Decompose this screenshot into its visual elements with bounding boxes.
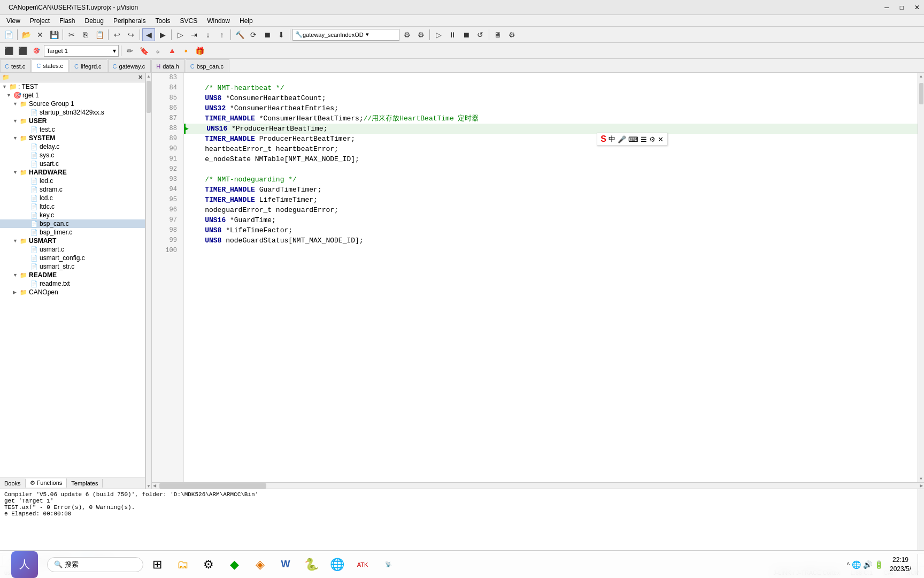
side-tab-templates[interactable]: Templates [67, 479, 103, 488]
tree-usmart-config-c[interactable]: 📄 usmart_config.c [0, 254, 145, 262]
tree-bsp-can-c[interactable]: 📄 bsp_can.c [0, 219, 145, 228]
new-button[interactable]: 📄 [2, 28, 15, 41]
tree-expand-sg1[interactable]: ▼ [13, 101, 19, 107]
taskbar-app-orange[interactable]: ◈ [248, 553, 272, 576]
side-vscroll[interactable]: ▲ ▼ [145, 73, 152, 489]
tree-usart-c[interactable]: 📄 usart.c [0, 159, 145, 168]
tree-sys-c[interactable]: 📄 sys.c [0, 151, 145, 159]
tray-caret[interactable]: ^ [847, 561, 850, 568]
code-line-85[interactable]: UNS8 *ConsumerHeartbeatCount; [184, 93, 918, 103]
tray-network[interactable]: 🌐 [852, 560, 861, 569]
tab-lifegrd-c[interactable]: C lifegrd.c [70, 59, 107, 72]
tb2-btn9[interactable]: 🎁 [193, 44, 206, 57]
menu-peripherals[interactable]: Peripherals [109, 16, 150, 26]
debug-step[interactable]: ⇥ [188, 28, 201, 41]
options-btn1[interactable]: ⚙ [401, 28, 413, 41]
tray-show-desktop[interactable] [918, 554, 920, 575]
stop-button[interactable]: ⏹ [460, 28, 473, 41]
tree-hardware[interactable]: ▼ 📁 HARDWARE [0, 168, 145, 177]
tree-expand-canopen[interactable]: ▶ [13, 290, 19, 295]
minimize-button[interactable]: ─ [884, 4, 889, 11]
tree-project[interactable]: ▼ 📁 : TEST [0, 82, 145, 91]
tb2-btn2[interactable]: ⬛ [16, 44, 29, 57]
code-hscroll[interactable]: ◀ ▶ [152, 482, 924, 489]
tree-expand-usmart[interactable]: ▼ [13, 238, 19, 244]
tree-led-c[interactable]: 📄 led.c [0, 177, 145, 185]
tb2-btn3[interactable]: 🎯 [30, 44, 43, 57]
build-button[interactable]: 🔨 [233, 28, 246, 41]
menu-help[interactable]: Help [235, 16, 257, 26]
code-line-98[interactable]: UNS8 *LifeTimeFactor; [184, 225, 918, 235]
tree-readme-txt[interactable]: 📄 readme.txt [0, 279, 145, 288]
download-button[interactable]: ⬇ [275, 28, 288, 41]
taskbar-app-python[interactable]: 🐍 [299, 553, 323, 576]
close-button[interactable]: ✕ [34, 28, 47, 41]
options-btn2[interactable]: ⚙ [414, 28, 427, 41]
tab-data-h[interactable]: H data.h [151, 59, 185, 72]
taskbar-app-edge[interactable]: 🌐 [325, 553, 349, 576]
cut-button[interactable]: ✂ [65, 28, 78, 41]
close-button[interactable]: ✕ [914, 4, 920, 11]
tree-canopen[interactable]: ▶ 📁 CANOpen [0, 288, 145, 296]
taskbar-app-green[interactable]: ◆ [222, 553, 246, 576]
tray-battery[interactable]: 🔋 [874, 560, 883, 569]
code-line-100[interactable] [184, 246, 918, 256]
code-line-93[interactable]: /* NMT-nodeguarding */ [184, 174, 918, 185]
code-line-99[interactable]: UNS8 nodeGuardStatus[NMT_MAX_NODE_ID]; [184, 235, 918, 246]
code-line-92[interactable] [184, 164, 918, 174]
tree-delay-c[interactable]: 📄 delay.c [0, 142, 145, 151]
tree-usmart-str-c[interactable]: 📄 usmart_str.c [0, 262, 145, 271]
taskbar-app-taskview[interactable]: ⊞ [145, 553, 169, 576]
hscroll-right[interactable]: ▶ [919, 483, 924, 488]
side-tab-functions[interactable]: ⚙ Functions [26, 478, 67, 488]
tab-bsp-can-c[interactable]: C bsp_can.c [186, 59, 229, 72]
code-line-87[interactable]: TIMER_HANDLE *ConsumerHeartBeatTimers;//… [184, 113, 918, 124]
undo-button[interactable]: ↩ [111, 28, 124, 41]
debug-step-out[interactable]: ↑ [215, 28, 228, 41]
tree-expand-user[interactable]: ▼ [13, 118, 19, 124]
code-line-86[interactable]: UNS32 *ConsumerHeartbeatEntries; [184, 103, 918, 113]
taskbar-app-explorer[interactable]: 🗂 [171, 553, 195, 576]
maximize-button[interactable]: □ [900, 4, 904, 11]
menu-project[interactable]: Project [26, 16, 54, 26]
taskbar-clock[interactable]: 22:19 2023/5/ [886, 556, 915, 574]
tb2-btn6[interactable]: ⬦ [151, 44, 164, 57]
back-button[interactable]: ◀ [142, 28, 155, 41]
save-button[interactable]: 💾 [48, 28, 60, 41]
code-line-89[interactable]: TIMER_HANDLE ProducerHeartBeatTimer; [184, 134, 918, 144]
code-line-88[interactable]: ▶ UNS16 *ProducerHeartBeatTime; [184, 124, 918, 134]
stop-build[interactable]: ⏹ [261, 28, 274, 41]
ime-close[interactable]: ✕ [658, 135, 664, 143]
taskbar-app-atk[interactable]: ATK [351, 553, 374, 576]
reset-button[interactable]: ↺ [474, 28, 487, 41]
menu-svcs[interactable]: SVCS [176, 16, 202, 26]
menu-view[interactable]: View [2, 16, 25, 26]
tree-ltdc-c[interactable]: 📄 ltdc.c [0, 202, 145, 211]
code-line-95[interactable]: TIMER_HANDLE LifeTimeTimer; [184, 195, 918, 205]
target-arrow[interactable]: ▾ [113, 47, 116, 55]
debug-step-in[interactable]: ↓ [202, 28, 214, 41]
debug-start[interactable]: ▷ [174, 28, 187, 41]
side-scroll-thumb[interactable] [147, 81, 151, 113]
tb2-btn1[interactable]: ⬛ [2, 44, 15, 57]
tree-bsp-timer-c[interactable]: 📄 bsp_timer.c [0, 228, 145, 237]
menu-tools[interactable]: Tools [151, 16, 175, 26]
tree-sourcegroup1[interactable]: ▼ 📁 Source Group 1 [0, 100, 145, 108]
side-scroll-up[interactable]: ▲ [147, 74, 151, 79]
tree-test-c[interactable]: 📄 test.c [0, 125, 145, 134]
output-scroll[interactable] [918, 489, 924, 553]
taskbar-app-settings[interactable]: ⚙ [197, 553, 220, 576]
pause-button[interactable]: ⏸ [446, 28, 459, 41]
menu-debug[interactable]: Debug [81, 16, 108, 26]
hscroll-thumb[interactable] [159, 483, 266, 489]
forward-button[interactable]: ▶ [156, 28, 169, 41]
tree-expand[interactable]: ▼ [2, 84, 9, 89]
code-line-84[interactable]: /* NMT-heartbeat */ [184, 83, 918, 93]
taskbar-search-button[interactable]: 🔍 搜索 [47, 557, 143, 572]
code-scroll-thumb[interactable] [919, 83, 923, 104]
run-button[interactable]: ▷ [432, 28, 445, 41]
tree-key-c[interactable]: 📄 key.c [0, 211, 145, 219]
display-btn[interactable]: 🖥 [491, 28, 504, 41]
taskbar-app-word[interactable]: W [274, 553, 297, 576]
tb2-btn4[interactable]: ✏ [124, 44, 136, 57]
